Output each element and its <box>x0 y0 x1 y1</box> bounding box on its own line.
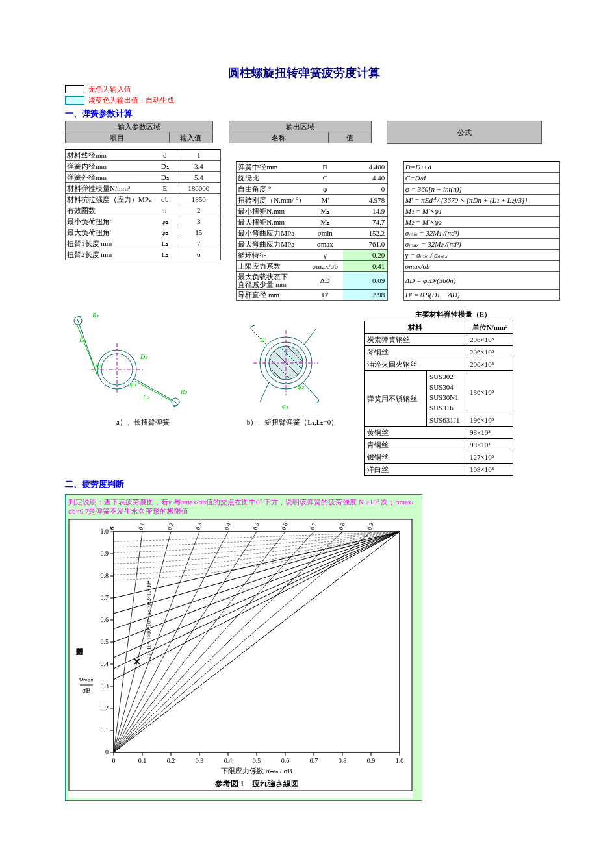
svg-text:σB: σB <box>82 686 90 694</box>
input-value[interactable]: 7 <box>177 238 220 249</box>
input-value[interactable]: 15 <box>177 227 220 238</box>
svg-text:D': D' <box>94 364 101 371</box>
formula-cell: φ = 360[n − int(n)] <box>403 184 559 195</box>
svg-line-9 <box>77 324 97 374</box>
formula-cell: γ = σₘᵢₙ / σₘₐₓ <box>403 250 559 261</box>
hdr-formula: 公式 <box>387 121 542 144</box>
input-value[interactable]: 3.4 <box>177 161 220 172</box>
formula-cell: M₁ = M'×φ₁ <box>403 206 559 217</box>
svg-text:D': D' <box>259 336 266 343</box>
output-symbol: D' <box>307 290 343 301</box>
svg-text:0.3: 0.3 <box>194 521 203 530</box>
svg-text:0.2: 0.2 <box>101 704 109 712</box>
input-symbol: n <box>153 205 177 216</box>
input-label: 材料抗拉强度（应力）MPa <box>66 194 153 205</box>
hdr-output-val: 值 <box>328 132 371 143</box>
input-symbol: φ₁ <box>153 216 177 227</box>
output-label: 最大弯曲应力MPa <box>237 239 307 250</box>
mat-value: 206×10³ <box>467 358 513 371</box>
input-symbol: D₂ <box>153 172 177 183</box>
output-symbol: M₂ <box>307 217 343 228</box>
output-symbol: M' <box>307 195 343 206</box>
svg-line-95 <box>114 532 228 752</box>
formula-cell: M' = πEd⁴ / {3670 × [πDn + (L₁ + L₂)/3]} <box>403 195 559 206</box>
svg-text:0: 0 <box>112 757 116 764</box>
mat-sus-codes: SUS302 SUS304 SUS30N1 SUS316 <box>427 371 467 414</box>
svg-text:0.7: 0.7 <box>101 594 109 601</box>
formula-cell: ΔD = φ₂D/(360n) <box>403 272 559 290</box>
output-label: 导杆直径 mm <box>237 290 307 301</box>
svg-text:参考図 1　疲れ強さ線図: 参考図 1 疲れ強さ線図 <box>214 779 299 788</box>
svg-line-112 <box>114 532 400 658</box>
input-value[interactable]: 186000 <box>177 183 220 194</box>
mat-sus631-val: 196×10³ <box>467 414 513 427</box>
svg-text:0.8: 0.8 <box>339 757 347 764</box>
svg-text:0.7: 0.7 <box>309 521 317 530</box>
legend-lightblue: 淡蓝色为输出值，自动生成 <box>65 95 543 105</box>
output-value: 4.40 <box>343 173 388 184</box>
hdr-input-area: 输入参数区域 <box>66 121 213 132</box>
input-symbol: E <box>153 183 177 194</box>
output-label: 最大扭矩N.mm <box>237 217 307 228</box>
input-label: 材料弹性模量N/mm² <box>66 183 153 194</box>
input-value[interactable]: 2 <box>177 205 220 216</box>
mat-sus-val: 186×10³ <box>467 371 513 414</box>
svg-text:0.9: 0.9 <box>367 757 376 764</box>
svg-text:φ₂: φ₂ <box>298 383 305 390</box>
svg-text:10⁵: 10⁵ <box>146 619 152 626</box>
mat-sus-name: 弹簧用不锈钢丝 <box>365 371 427 427</box>
input-label: 弹簧内径mm <box>66 161 153 172</box>
hdr-output-name: 名称 <box>229 132 328 143</box>
formula-cell: σmax/σb <box>403 261 559 272</box>
input-value[interactable]: 5.4 <box>177 172 220 183</box>
svg-text:✕: ✕ <box>133 656 141 666</box>
svg-line-91 <box>114 532 171 752</box>
svg-text:R₁: R₁ <box>92 312 99 319</box>
page-title: 圆柱螺旋扭转弹簧疲劳度计算 <box>65 65 543 81</box>
mat-value: 108×10³ <box>467 464 513 476</box>
svg-line-105 <box>114 532 371 752</box>
material-title: 主要材料弹性模量（E） <box>364 310 543 319</box>
svg-text:10⁷: 10⁷ <box>146 652 152 659</box>
output-label: 自由角度 ° <box>237 184 307 195</box>
mat-value: 98×10³ <box>467 439 513 451</box>
svg-text:下限应力係数  σₘᵢₙ / σB: 下限应力係数 σₘᵢₙ / σB <box>221 767 292 775</box>
svg-line-99 <box>114 532 285 752</box>
svg-line-31 <box>260 382 269 402</box>
hdr-input-val: 输入值 <box>169 132 212 143</box>
formula-cell: σₘᵢₙ = 32M₁ /(πd³) <box>403 228 559 239</box>
svg-text:0.1: 0.1 <box>101 726 109 734</box>
figure-a-long-arm: L₁ L₂ R₁ R₂ D' D₂ φ₁ <box>65 304 208 415</box>
swatch-lightblue <box>65 96 84 105</box>
section-2-title: 二、疲劳度判断 <box>65 478 543 490</box>
mat-value: 127×10³ <box>467 451 513 464</box>
output-symbol: C <box>307 173 343 184</box>
input-value[interactable]: 1 <box>177 150 220 161</box>
svg-text:上限应力係数: 上限应力係数 <box>77 648 84 656</box>
material-table: 材料 单位N/mm² 炭素弹簧钢丝206×10³琴钢丝206×10³油淬火回火钢… <box>364 321 513 476</box>
svg-text:1.0: 1.0 <box>396 757 404 764</box>
mat-name: 青铜丝 <box>365 439 467 451</box>
svg-text:0.6: 0.6 <box>101 616 109 623</box>
svg-text:φ₁: φ₁ <box>130 380 136 388</box>
input-value[interactable]: 6 <box>177 249 220 260</box>
formula-cell: D' = 0.9(D₁ − ΔD) <box>403 290 559 301</box>
output-value: 152.2 <box>343 228 388 239</box>
formula-cell: σₘₐₓ = 32M₂ /(πd³) <box>403 239 559 250</box>
svg-text:0.8: 0.8 <box>101 572 109 579</box>
svg-text:5×10⁴: 5×10⁴ <box>146 602 152 615</box>
svg-text:0: 0 <box>105 749 109 756</box>
output-value: 0.09 <box>343 272 388 290</box>
output-symbol: ΔD <box>307 272 343 290</box>
section-1-title: 一、弹簧参数计算 <box>65 108 543 119</box>
output-symbol: σmax <box>307 239 343 250</box>
mat-name: 黄铜丝 <box>365 427 467 439</box>
hdr-output-area: 输出区域 <box>229 121 371 132</box>
input-value[interactable]: 1850 <box>177 194 220 205</box>
input-value[interactable]: 3 <box>177 216 220 227</box>
svg-rect-124 <box>69 519 412 791</box>
output-value: 0.20 <box>343 250 388 261</box>
output-value: 74.7 <box>343 217 388 228</box>
formula-cell: D=D₁+d <box>403 162 559 173</box>
mat-name: 洋白丝 <box>365 464 467 476</box>
